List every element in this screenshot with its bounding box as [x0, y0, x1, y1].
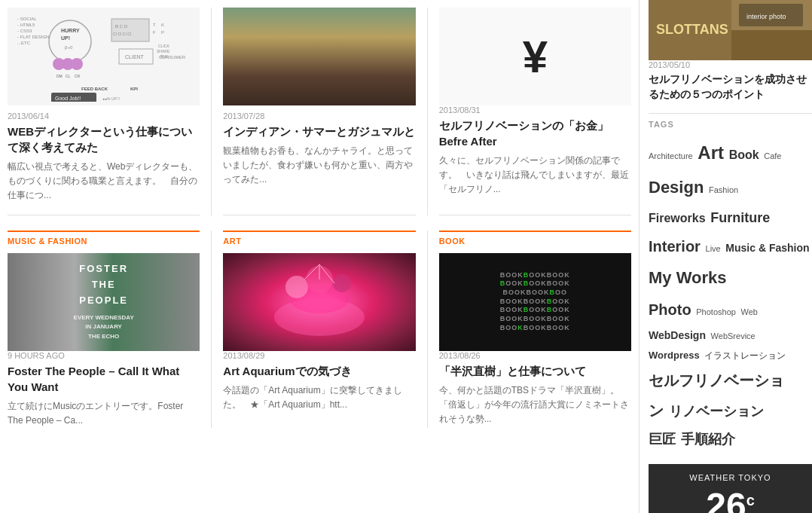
svg-text:- HTML5: - HTML5 — [17, 23, 35, 27]
svg-text:CL: CL — [66, 74, 71, 78]
svg-point-36 — [333, 274, 351, 292]
article-1-date: 2013/06/14 — [8, 111, 200, 121]
article-1-image: - SOCIAL - HTML5 - CSS3 - FLAT DESIGN ..… — [8, 8, 200, 105]
tag-live[interactable]: Live — [706, 244, 721, 253]
tag-webdesign[interactable]: WebDesign — [649, 329, 706, 341]
aquarium-svg — [252, 257, 387, 347]
section-label-music: MUSIC & FASHION — [8, 231, 200, 246]
foster-image: FOSTER THE PEOPLE EVERY WEDNESDAY IN JAN… — [8, 253, 200, 351]
svg-text:●●% UP !!: ●●% UP !! — [102, 96, 120, 101]
svg-text:CR: CR — [75, 74, 81, 78]
weather-unit: c — [746, 492, 755, 508]
article-3-image: ¥ — [439, 8, 631, 105]
sidebar: SLOTTANS interior photo 2013/05/10 セルフリノ… — [639, 0, 812, 513]
tag-web[interactable]: Web — [741, 307, 758, 316]
article-2-image — [223, 8, 415, 105]
section-music-fashion: MUSIC & FASHION FOSTER THE PEOPLE EVERY … — [8, 231, 200, 428]
svg-text:Good Job!!: Good Job!! — [55, 96, 81, 101]
article-2-excerpt: 観葉植物もお香も、なんかチャライ。と思っていましたが、食わず嫌いも何かと重い、両… — [223, 144, 415, 188]
svg-text:β+0: β+0 — [65, 45, 73, 50]
svg-text:UP!: UP! — [61, 35, 70, 41]
svg-text:CONSUMER: CONSUMER — [159, 55, 186, 60]
diagram-svg: - SOCIAL - HTML5 - CSS3 - FLAT DESIGN ..… — [14, 11, 194, 102]
tags-label: TAGS — [649, 113, 812, 129]
svg-text:CI  CI  CI  CI: CI CI CI CI — [113, 32, 131, 36]
tag-music-fashion[interactable]: Music & Fashion — [725, 242, 809, 254]
section-label-art: ART — [223, 231, 415, 246]
weather-temp: 26c — [658, 485, 803, 513]
article-3-excerpt: 久々に、セルフリノベーション関係の記事です。 いきなり話は飛んでしまいますが、最… — [439, 154, 631, 197]
tag-self-renov-2[interactable]: ン — [649, 402, 664, 419]
svg-text:- CSS3: - CSS3 — [17, 29, 32, 33]
tag-renov[interactable]: リノベーション — [669, 404, 764, 419]
svg-text:- SOCIAL: - SOCIAL — [17, 17, 37, 21]
tag-photo[interactable]: Photo — [649, 301, 691, 318]
svg-text:K: K — [161, 23, 164, 27]
tag-fireworks[interactable]: Fireworks — [649, 212, 706, 224]
tag-self-renov[interactable]: セルフリノベーショ — [649, 372, 784, 389]
tag-wordpress[interactable]: Wordpress — [649, 350, 700, 361]
tag-illust[interactable]: イラストレーション — [704, 350, 786, 361]
tag-my-works[interactable]: My Works — [649, 268, 727, 287]
article-3-date: 2013/08/31 — [439, 105, 631, 115]
tag-design[interactable]: Design — [649, 178, 704, 197]
article-6-excerpt: 今、何かと話題のTBSドラマ「半沢直樹」。 「倍返し」が今年の流行語大賞にノミネ… — [439, 383, 631, 427]
svg-text:HURRY: HURRY — [61, 28, 80, 33]
tags-container: Architecture Art Book Cafe Design Fashio… — [649, 135, 812, 453]
svg-rect-44 — [731, 30, 812, 60]
svg-point-5 — [49, 20, 91, 63]
article-5-date: 2013/08/29 — [223, 351, 415, 360]
article-2-date: 2013/07/28 — [223, 111, 415, 121]
tag-fashion[interactable]: Fashion — [709, 185, 738, 194]
article-3-title: セルフリノベーションの「お金」Befre After — [439, 118, 631, 149]
aquarium-image — [223, 253, 415, 351]
svg-text:DM: DM — [56, 74, 63, 78]
svg-text:SLOTTANS: SLOTTANS — [656, 22, 728, 37]
section-art: ART 2013/08/29 Art Aquariumでの気づき — [223, 231, 415, 428]
tag-book[interactable]: Book — [729, 148, 759, 161]
svg-text:interior photo: interior photo — [746, 13, 786, 20]
article-6-title: 「半沢直樹」と仕事について — [439, 363, 631, 379]
tag-art[interactable]: Art — [698, 142, 724, 163]
svg-text:T: T — [153, 23, 156, 27]
sidebar-featured-date: 2013/05/10 — [649, 60, 812, 69]
tag-architecture[interactable]: Architecture — [649, 151, 693, 160]
sidebar-featured-svg: SLOTTANS interior photo — [649, 0, 812, 60]
article-4-excerpt: 立て続けにMusicのエントリーです。Foster The People – C… — [8, 399, 200, 428]
weather-label: WEATHER TOKYO — [658, 473, 803, 482]
article-4-meta: 9 HOURS AGO — [8, 351, 200, 360]
weather-box: WEATHER TOKYO 26c — [649, 464, 812, 513]
article-1: - SOCIAL - HTML5 - CSS3 - FLAT DESIGN ..… — [8, 8, 200, 215]
article-4-title: Foster The People – Call It What You Wan… — [8, 363, 200, 395]
svg-text:F: F — [153, 30, 156, 35]
tags-section: TAGS Architecture Art Book Cafe Design F… — [649, 113, 812, 453]
svg-text:P: P — [161, 30, 164, 35]
tag-furniture[interactable]: Furniture — [710, 210, 770, 225]
tag-photoshop[interactable]: Photoshop — [696, 307, 736, 316]
section-book: BOOK BOOKBOOKBOOK BOOKBOOKBOOK BOOKBOOKB… — [439, 231, 631, 428]
svg-text:CLIENT: CLIENT — [125, 54, 145, 60]
tag-websrevice[interactable]: WebSrevice — [711, 331, 756, 340]
article-1-excerpt: 幅広い視点で考えると、Webディレクターも、ものづくりに関わる職業と言えます。 … — [8, 160, 200, 203]
tag-cafe[interactable]: Cafe — [764, 151, 781, 160]
sidebar-featured-image: SLOTTANS interior photo — [649, 0, 812, 60]
article-2-title: インディアン・サマーとガジュマルと — [223, 124, 415, 139]
article-1-title: WEBディレクターという仕事について深く考えてみた — [8, 124, 200, 155]
svg-text:CLICK: CLICK — [158, 44, 169, 48]
svg-text:FEED BACK: FEED BACK — [81, 87, 108, 91]
tag-tejun[interactable]: 手順紹介 — [681, 432, 735, 447]
sidebar-featured-title: セルフリノベーションを成功させるための５つのポイント — [649, 72, 812, 102]
svg-point-11 — [71, 58, 83, 70]
svg-text:...ETC: ...ETC — [17, 41, 31, 45]
tag-taijin[interactable]: 巨匠 — [649, 432, 676, 447]
svg-text:- FLAT DESIGN: - FLAT DESIGN — [17, 35, 49, 39]
article-6-date: 2013/08/26 — [439, 351, 631, 360]
svg-text:B   C   D: B C D — [115, 24, 128, 29]
article-3: ¥ 2013/08/31 セルフリノベーションの「お金」Befre After … — [439, 8, 631, 215]
article-5-excerpt: 今話題の「Art Aquarium」に突撃してきました。 ★「Art Aquar… — [223, 383, 415, 412]
article-2: 2013/07/28 インディアン・サマーとガジュマルと 観葉植物もお香も、なん… — [223, 8, 415, 215]
bookbook-image: BOOKBOOKBOOK BOOKBOOKBOOK BOOKBOOKBOO BO… — [439, 253, 631, 351]
svg-text:KPI: KPI — [130, 87, 138, 91]
tag-interior[interactable]: Interior — [649, 238, 701, 255]
section-label-book: BOOK — [439, 231, 631, 246]
